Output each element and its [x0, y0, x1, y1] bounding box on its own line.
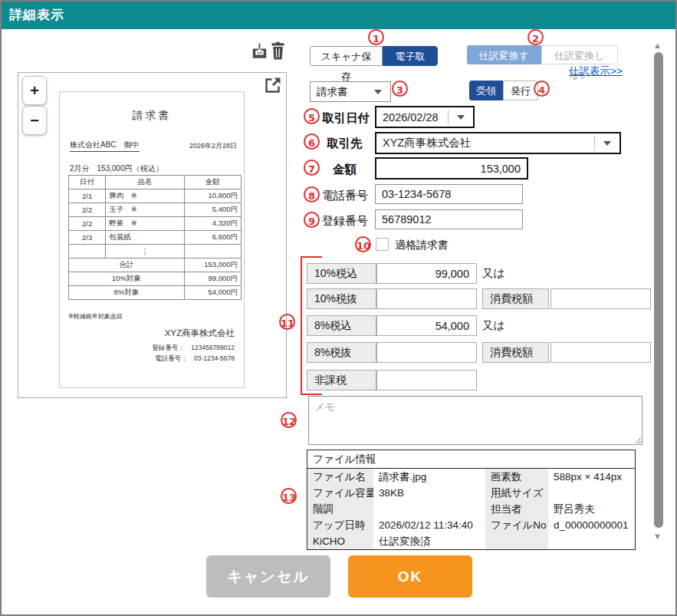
scrollbar-thumb[interactable]	[654, 52, 663, 528]
invoice-items-table: 日付 品名 金額 2/1 豚肉 ※ 10,800円 2/2 玉子 ※ 5,400…	[68, 175, 242, 300]
date-select[interactable]: 2026/02/28	[375, 106, 475, 128]
badge-1: 1	[368, 29, 384, 45]
tax-10-consumption-input[interactable]	[550, 288, 651, 309]
detail-dialog: 詳細表示 + − 請求書 株式会社ABC 御中 2026年2月28日 2月分 1…	[0, 0, 677, 616]
file-info-row: KiCHO 仕訳変換済	[307, 533, 635, 549]
invoice-image: 請求書 株式会社ABC 御中 2026年2月28日 2月分 153,000円（税…	[59, 91, 245, 388]
invoice-issuer: XYZ商事株式会社	[165, 328, 235, 339]
tax-8-consumption-label: 消費税額	[482, 342, 549, 363]
doc-type-value: 請求書	[311, 85, 366, 99]
memo-textarea[interactable]	[308, 396, 642, 445]
badge-6: 6	[304, 133, 320, 150]
scroll-down-icon[interactable]: ▼	[653, 532, 662, 541]
ok-button[interactable]: OK	[348, 555, 472, 598]
tax-bracket-line	[301, 256, 302, 395]
minus-icon: −	[30, 112, 39, 129]
download-icon[interactable]	[251, 43, 268, 60]
open-in-new-icon[interactable]	[264, 76, 282, 94]
tax-exempt-label: 非課税	[307, 370, 376, 390]
amount-label: 金額	[333, 162, 357, 178]
toggle-received[interactable]: 受領	[469, 81, 503, 100]
date-value: 2026/02/28	[376, 111, 448, 124]
tax-8-consumption-input[interactable]	[550, 342, 651, 363]
badge-10: 10	[355, 236, 371, 252]
badge-7: 7	[304, 160, 320, 176]
toggle-electronic-transaction[interactable]: 電子取引	[383, 46, 438, 66]
badge-8: 8	[304, 186, 320, 203]
badge-3: 3	[392, 81, 408, 97]
tax-8-excl-label: 8%税抜	[307, 342, 376, 363]
badge-13: 13	[281, 488, 297, 504]
table-row-8pct: 8%対象 54,000円	[69, 286, 242, 300]
tax-10-excl-input[interactable]	[376, 288, 477, 309]
tax-bracket-tick-top	[301, 256, 322, 258]
file-info-row: 階調 担当者 野呂秀夫	[307, 501, 635, 517]
table-row: 2/1 豚肉 ※ 10,800円	[69, 189, 242, 203]
tax-8-incl-input[interactable]	[376, 315, 477, 336]
invoice-col-date: 日付	[69, 176, 106, 189]
date-label: 取引日付	[322, 110, 370, 127]
tax-exempt-input[interactable]	[376, 370, 477, 390]
file-info-table: ファイル情報 ファイル名 請求書.jpg 画素数 588px × 414px フ…	[307, 450, 636, 550]
vendor-label: 取引先	[327, 136, 363, 152]
file-info-title: ファイル情報	[307, 450, 635, 469]
table-row: 2/2 玉子 ※ 5,400円	[69, 203, 242, 217]
reg-no-input[interactable]	[375, 209, 523, 229]
reg-no-label: 登録番号	[322, 214, 368, 229]
invoice-issuer-reg: 登録番号： 123456789012	[152, 344, 235, 353]
badge-5: 5	[304, 108, 320, 124]
zoom-out-button[interactable]: −	[22, 106, 47, 135]
toggle-journal-no-convert[interactable]: 仕訳変換しない	[541, 45, 618, 64]
dialog-title-bar: 詳細表示	[2, 2, 675, 29]
table-row-ellipsis: ⋮	[69, 245, 242, 259]
qualified-invoice-checkbox[interactable]	[376, 238, 389, 251]
file-info-row: ファイル名 請求書.jpg 画素数 588px × 414px	[307, 469, 635, 485]
table-row: 2/3 包装紙 6,600円	[69, 231, 242, 245]
zoom-in-button[interactable]: +	[22, 76, 47, 105]
toggle-journal-convert[interactable]: 仕訳変換する	[467, 45, 541, 64]
chevron-down-icon	[457, 115, 465, 120]
qualified-invoice-label: 適格請求書	[395, 239, 449, 252]
tax-or-label-1: 又は	[482, 266, 504, 281]
tax-bracket-tick-bottom	[301, 394, 322, 395]
invoice-col-amount: 金額	[184, 176, 241, 189]
badge-11: 11	[279, 314, 295, 330]
trash-icon[interactable]	[271, 41, 285, 61]
tax-8-incl-label: 8%税込	[307, 315, 376, 336]
plus-icon: +	[30, 82, 39, 99]
tax-or-label-2: 又は	[482, 318, 504, 333]
badge-9: 9	[304, 212, 320, 228]
chevron-down-icon	[374, 90, 382, 94]
tax-10-consumption-label: 消費税額	[482, 288, 549, 309]
file-info-row: アップ日時 2026/02/12 11:34:40 ファイルNo d_00000…	[307, 517, 635, 533]
cancel-button[interactable]: キャンセル	[206, 555, 330, 598]
dialog-title: 詳細表示	[9, 8, 64, 22]
doc-type-select[interactable]: 請求書	[310, 81, 391, 102]
tax-10-incl-input[interactable]	[376, 263, 477, 284]
ellipsis: ⋮	[106, 245, 184, 259]
badge-12: 12	[281, 412, 297, 428]
direction-toggle: 受領 発行	[469, 81, 538, 100]
tax-8-excl-input[interactable]	[376, 342, 477, 363]
toggle-issued[interactable]: 発行	[503, 81, 538, 100]
toggle-scanner-save[interactable]: スキャナ保存	[310, 46, 383, 66]
badge-4: 4	[534, 81, 550, 97]
journal-display-link[interactable]: 仕訳表示>>	[569, 64, 623, 78]
chevron-down-icon	[603, 141, 611, 146]
scroll-up-icon[interactable]: ▲	[653, 41, 662, 50]
save-type-toggle: スキャナ保存 電子取引	[310, 46, 438, 66]
invoice-footnote: ※軽減税率対象品目	[68, 312, 123, 321]
file-info-row: ファイル容量 38KB 用紙サイズ	[307, 485, 635, 501]
vendor-value: XYZ商事株式会社	[376, 136, 594, 150]
amount-input[interactable]	[375, 157, 528, 180]
invoice-recipient: 株式会社ABC 御中	[70, 140, 140, 152]
badge-2: 2	[527, 29, 544, 45]
invoice-date: 2026年2月28日	[189, 141, 237, 151]
invoice-summary: 2月分 153,000円（税込）	[70, 163, 163, 174]
vendor-select[interactable]: XYZ商事株式会社	[375, 132, 621, 154]
invoice-title: 請求書	[60, 109, 244, 123]
tax-10-incl-label: 10%税込	[307, 263, 376, 284]
table-row-10pct: 10%対象 99,000円	[69, 272, 242, 286]
table-row: 2/2 野菜 ※ 4,320円	[69, 217, 242, 231]
phone-input[interactable]	[375, 184, 523, 204]
